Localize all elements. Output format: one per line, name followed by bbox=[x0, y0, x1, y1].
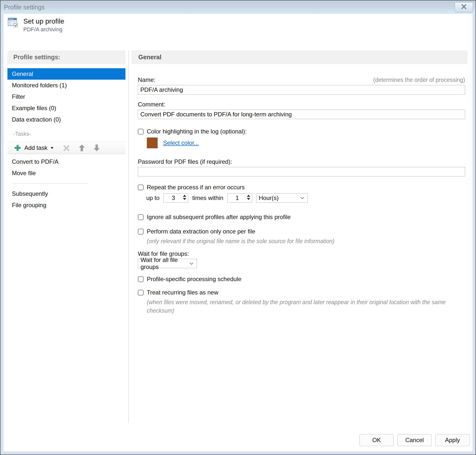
schedule-label: Profile-specific processing schedule bbox=[147, 276, 241, 283]
sidebar-divider bbox=[12, 183, 88, 184]
sidebar-heading: Profile settings: bbox=[7, 50, 125, 64]
task-item-move-file[interactable]: Move file bbox=[7, 167, 125, 179]
cancel-button[interactable]: Cancel bbox=[397, 434, 432, 446]
move-task-up-button[interactable] bbox=[76, 143, 88, 153]
file-groups-label: Wait for file groups: bbox=[138, 250, 465, 257]
password-label: Password for PDF files (if required): bbox=[138, 158, 465, 165]
color-highlight-row: Color highlighting in the log (optional)… bbox=[138, 128, 465, 135]
sidebar-bottom-list: Subsequently File grouping bbox=[7, 188, 125, 211]
sidebar-item-filter[interactable]: Filter bbox=[7, 91, 125, 102]
comment-field[interactable] bbox=[138, 110, 465, 119]
spin-up-icon[interactable] bbox=[183, 195, 186, 197]
data-extraction-note: (only relevant if the original file name… bbox=[147, 237, 459, 245]
client-area: Set up profile PDF/A archiving Profile s… bbox=[3, 14, 473, 452]
general-form: Name: (determines the order of processin… bbox=[131, 76, 468, 315]
chevron-down-icon bbox=[189, 262, 194, 265]
title-bar: Profile settings bbox=[0, 0, 476, 14]
retry-count-stepper[interactable]: 3 bbox=[163, 193, 188, 203]
sidebar-nav: General Monitored folders (1) Filter Exa… bbox=[7, 68, 125, 125]
recurring-files-note: (when files were moved, renamed, or dele… bbox=[147, 298, 459, 315]
name-label: Name: bbox=[138, 76, 155, 83]
ignore-profiles-row: Ignore all subsequent profiles after app… bbox=[138, 214, 465, 221]
name-hint: (determines the order of processing) bbox=[373, 77, 465, 83]
color-swatch[interactable] bbox=[147, 137, 158, 148]
delete-task-icon bbox=[62, 144, 71, 152]
data-extraction-row: Perform data extraction only once per fi… bbox=[138, 228, 465, 235]
window-title: Profile settings bbox=[4, 0, 45, 14]
setup-profile-icon bbox=[7, 17, 18, 29]
chevron-down-icon bbox=[50, 147, 54, 149]
comment-label: Comment: bbox=[138, 101, 465, 108]
tasks-toolbar: Add task bbox=[7, 142, 125, 154]
color-select-row: Select color... bbox=[147, 137, 465, 148]
schedule-checkbox[interactable] bbox=[138, 276, 144, 282]
general-panel: General Name: (determines the order of p… bbox=[131, 50, 468, 315]
spin-up-icon[interactable] bbox=[247, 195, 250, 197]
password-field[interactable] bbox=[138, 167, 465, 176]
arrow-up-icon bbox=[78, 144, 86, 152]
sidebar-item-subsequently[interactable]: Subsequently bbox=[7, 188, 125, 199]
delete-task-button[interactable] bbox=[60, 143, 73, 153]
sidebar-item-monitored-folders[interactable]: Monitored folders (1) bbox=[7, 80, 125, 91]
add-task-label: Add task bbox=[24, 144, 47, 151]
dialog-header: Set up profile PDF/A archiving bbox=[7, 17, 64, 33]
times-within-label: times within bbox=[192, 195, 223, 201]
data-extraction-checkbox[interactable] bbox=[138, 229, 144, 234]
arrow-down-icon bbox=[93, 144, 100, 152]
chevron-down-icon bbox=[300, 197, 304, 199]
close-button[interactable] bbox=[455, 2, 473, 12]
close-icon bbox=[460, 3, 468, 11]
move-task-down-button[interactable] bbox=[90, 143, 103, 153]
repeat-label: Repeat the process if an error occurs bbox=[147, 184, 245, 191]
file-groups-value: Wait for all file groups bbox=[141, 257, 189, 270]
plus-icon bbox=[14, 144, 21, 152]
page-title: Set up profile bbox=[23, 17, 64, 26]
time-unit-value: Hour(s) bbox=[259, 195, 279, 201]
ignore-profiles-label: Ignore all subsequent profiles after app… bbox=[147, 214, 291, 221]
schedule-row: Profile-specific processing schedule bbox=[138, 276, 465, 283]
retry-window-stepper[interactable]: 1 bbox=[227, 193, 252, 203]
data-extraction-label: Perform data extraction only once per fi… bbox=[147, 228, 255, 235]
select-color-link[interactable]: Select color... bbox=[163, 139, 199, 146]
section-title: General bbox=[131, 50, 468, 64]
sidebar: Profile settings: General Monitored fold… bbox=[7, 50, 125, 211]
sidebar-item-file-grouping[interactable]: File grouping bbox=[7, 199, 125, 211]
dialog-footer: OK Cancel Apply bbox=[359, 434, 470, 446]
task-list: Convert to PDF/A Move file bbox=[7, 156, 125, 179]
sidebar-item-general[interactable]: General bbox=[7, 68, 125, 80]
page-subtitle: PDF/A archiving bbox=[23, 26, 64, 33]
spin-down-icon[interactable] bbox=[247, 198, 250, 200]
up-to-label: up to bbox=[146, 195, 159, 201]
sidebar-item-example-files[interactable]: Example files (0) bbox=[7, 102, 125, 114]
panel-divider bbox=[128, 50, 129, 423]
color-highlight-checkbox[interactable] bbox=[138, 129, 144, 134]
spin-down-icon[interactable] bbox=[183, 198, 186, 200]
time-unit-select[interactable]: Hour(s) bbox=[256, 193, 308, 203]
retry-window-value: 1 bbox=[236, 195, 239, 201]
repeat-row: Repeat the process if an error occurs bbox=[138, 184, 465, 191]
repeat-settings-row: up to 3 times within 1 bbox=[146, 193, 465, 203]
repeat-checkbox[interactable] bbox=[138, 185, 144, 190]
window-frame: Set up profile PDF/A archiving Profile s… bbox=[0, 14, 476, 455]
recurring-files-label: Treat recurring files as new bbox=[147, 289, 218, 296]
ok-button[interactable]: OK bbox=[359, 434, 394, 446]
apply-button[interactable]: Apply bbox=[435, 434, 470, 446]
sidebar-item-data-extraction[interactable]: Data extraction (0) bbox=[7, 114, 125, 125]
tasks-heading: -Tasks- bbox=[7, 130, 125, 138]
ignore-profiles-checkbox[interactable] bbox=[138, 214, 144, 220]
file-groups-select[interactable]: Wait for all file groups bbox=[138, 259, 197, 268]
retry-count-value: 3 bbox=[172, 195, 175, 201]
color-highlight-label: Color highlighting in the log (optional)… bbox=[147, 128, 247, 135]
task-item-convert-to-pdfa[interactable]: Convert to PDF/A bbox=[7, 156, 125, 167]
add-task-button[interactable]: Add task bbox=[11, 143, 56, 153]
name-field[interactable] bbox=[138, 85, 465, 95]
recurring-files-row: Treat recurring files as new bbox=[138, 289, 465, 296]
profile-settings-window: Profile settings bbox=[0, 0, 476, 455]
recurring-files-checkbox[interactable] bbox=[138, 290, 144, 295]
